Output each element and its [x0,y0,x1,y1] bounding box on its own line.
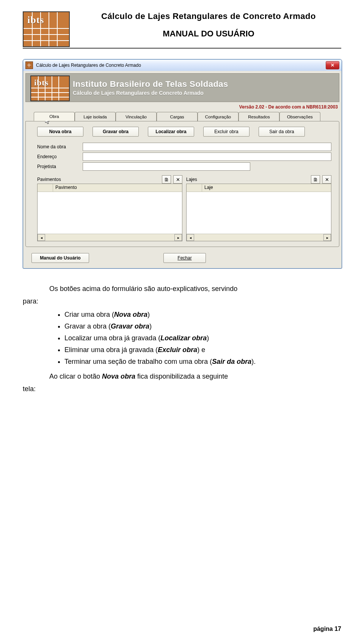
gravar-obra-button[interactable]: Gravar obra [93,127,139,137]
endereco-input[interactable] [83,153,331,161]
nome-da-obra-input[interactable] [83,143,331,151]
logo-text: ibts [27,14,44,26]
new-doc-icon: 🗎 [164,177,169,182]
localizar-obra-button[interactable]: Localizar obra [148,127,194,137]
tab-configuracao[interactable]: Configuração [198,112,238,121]
tab-cargas[interactable]: Cargas [157,112,198,121]
close-button[interactable]: ✕ [326,61,339,69]
bullet-1: Criar uma obra (Nova obra) [64,310,341,320]
lajes-label: Lajes [186,177,309,182]
laje-column-header: Laje [202,184,331,192]
window-footer: Manual do Usuário Fechar [23,247,342,268]
obra-fields: Nome da obra Endereço Projetista [37,142,331,171]
bullet-2: Gravar a obra (Gravar obra) [64,321,341,332]
banner-logo-text: ibts [34,78,49,88]
laje-delete-button[interactable]: ✕ [322,175,331,184]
sair-da-obra-button[interactable]: Sair da obra [259,127,305,137]
banner-line1: Instituto Brasileiro de Telas Soldadas [73,79,228,89]
scroll-right-icon[interactable]: ▸ [174,234,182,241]
pavimento-new-button[interactable]: 🗎 [162,175,171,184]
tab-obra[interactable]: Obra [34,112,75,121]
scroll-right-icon[interactable]: ▸ [323,234,331,241]
tab-vinculacao[interactable]: Vinculação [116,112,157,121]
fechar-button[interactable]: Fechar [163,253,206,263]
intro-line2: para: [23,297,38,305]
pavimento-column-header: Pavimento [53,184,182,192]
page-number: página 17 [313,626,341,632]
nova-obra-button[interactable]: Nova obra [37,127,83,137]
scroll-left-icon[interactable]: ◂ [38,234,45,241]
bullet-list: Criar uma obra (Nova obra) Gravar a obra… [23,310,341,367]
pavimentos-label: Pavimentos [37,177,160,182]
tab-laje-isolada[interactable]: Laje isolada [75,112,116,121]
header-divider [23,48,341,49]
pavimentos-list[interactable]: Pavimento ◂ ▸ [37,184,182,241]
version-text: Versão 2.02 - De acordo com a NBR6118:20… [23,102,342,110]
pavimentos-scrollbar[interactable]: ◂ ▸ [38,234,182,241]
projetista-label: Projetista [37,164,83,169]
nome-da-obra-label: Nome da obra [37,144,83,149]
endereco-label: Endereço [37,154,83,159]
bullet-5: Terminar uma seção de trabalho com uma o… [64,357,341,367]
delete-icon: ✕ [176,177,180,182]
tab-observacoes[interactable]: Observações [279,112,320,121]
bullet-4: Eliminar uma obra já gravada (Excluir ob… [64,345,341,355]
document-header: ibts Cálculo de Lajes Retangulares de Co… [23,11,341,46]
lists-row: Pavimentos 🗎 ✕ Pavimento ◂ [37,175,331,241]
banner-ibts-logo: ibts [30,75,68,100]
scroll-left-icon[interactable]: ◂ [187,234,194,241]
pavimento-delete-button[interactable]: ✕ [173,175,182,184]
tab-panel-obra: Nova obra Gravar obra Localizar obra Exc… [25,121,339,247]
banner-line2: Cálculo de Lajes Retangulares de Concret… [73,90,228,96]
lajes-scrollbar[interactable]: ◂ ▸ [187,234,331,241]
manual-do-usuario-button[interactable]: Manual do Usuário [31,253,89,263]
tab-resultados[interactable]: Resultados [238,112,279,121]
window-titlebar: Cálculo de Lajes Retangulares de Concret… [23,60,342,71]
app-icon [25,61,33,69]
tab-bar: Obra Laje isolada Vinculação Cargas Conf… [34,112,339,121]
obra-actions-row: Nova obra Gravar obra Localizar obra Exc… [29,124,336,142]
new-doc-icon: 🗎 [313,177,318,182]
projetista-input[interactable] [83,162,250,171]
window-title: Cálculo de Lajes Retangulares de Concret… [36,63,141,68]
delete-icon: ✕ [325,177,329,182]
page-subtitle: MANUAL DO USUÁRIO [76,29,341,39]
intro-line1: Os botões acima do formulário são auto-e… [49,285,237,292]
app-window-screenshot: Cálculo de Lajes Retangulares de Concret… [23,59,341,269]
bullet-3: Localizar uma obra já gravada (Localizar… [64,333,341,343]
ibts-logo: ibts [23,11,68,46]
close-icon: ✕ [331,63,334,68]
excluir-obra-button[interactable]: Excluir obra [203,127,249,137]
laje-new-button[interactable]: 🗎 [311,175,320,184]
page-title: Cálculo de Lajes Retangulares de Concret… [76,11,341,21]
body-text: Os botões acima do formulário são auto-e… [23,284,341,394]
lajes-list[interactable]: Laje ◂ ▸ [186,184,331,241]
app-banner: ibts Instituto Brasileiro de Telas Solda… [25,73,339,102]
